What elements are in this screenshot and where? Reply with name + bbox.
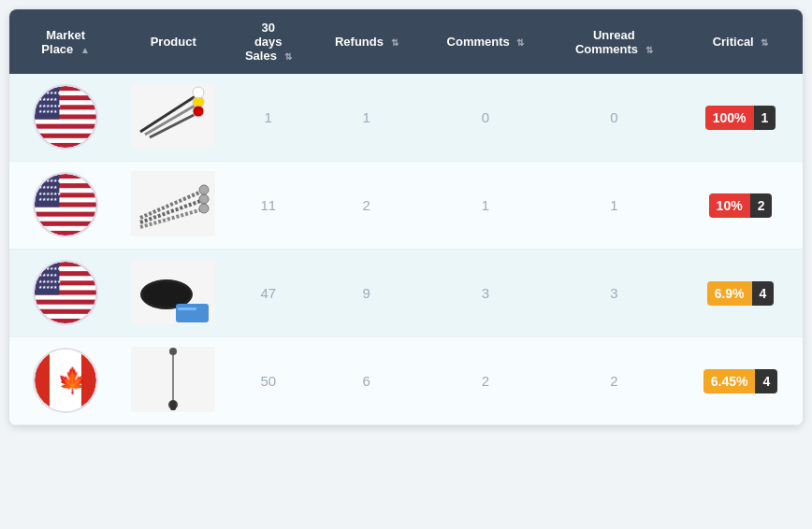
- table-header-row: MarketPlace ▲ Product 30daysSales ⇅ Refu…: [9, 9, 803, 74]
- svg-rect-48: [35, 295, 96, 300]
- critical-pct: 6.45%: [703, 369, 756, 393]
- critical-num: 2: [750, 193, 773, 218]
- cell-comments: 3: [421, 250, 549, 337]
- sort-icon-unread[interactable]: ⇅: [645, 45, 653, 55]
- usa-flag: ★★★★★★ ★★★★★ ★★★★★★ ★★★★★: [33, 260, 98, 325]
- canada-flag: 🍁: [33, 348, 98, 413]
- svg-rect-8: [35, 138, 96, 143]
- svg-rect-28: [35, 217, 96, 222]
- cell-refunds: 6: [312, 337, 421, 425]
- cell-marketplace: 🍁: [9, 337, 122, 425]
- cell-unread-comments: 2: [550, 337, 678, 425]
- svg-text:★★★★★: ★★★★★: [38, 109, 58, 114]
- cell-product: [122, 162, 225, 250]
- cell-product: [122, 337, 225, 425]
- critical-num: 4: [755, 369, 777, 393]
- header-unread-comments[interactable]: UnreadComments ⇅: [550, 9, 678, 74]
- sort-icon-comments[interactable]: ⇅: [516, 37, 524, 48]
- critical-pct: 6.9%: [707, 281, 752, 306]
- svg-rect-3: [35, 91, 96, 95]
- cell-marketplace: ★★★★★★ ★★★★★ ★★★★★★ ★★★★★: [9, 162, 122, 250]
- svg-rect-59: [176, 304, 209, 322]
- header-refunds[interactable]: Refunds ⇅: [312, 9, 421, 74]
- product-image-3: [131, 259, 215, 324]
- cell-comments: 1: [421, 162, 549, 250]
- cell-comments: 0: [421, 74, 549, 162]
- cell-critical: 10%2: [678, 162, 803, 250]
- svg-text:★★★★★★: ★★★★★★: [38, 179, 62, 183]
- cell-sales: 11: [225, 162, 312, 250]
- cell-product: [122, 74, 225, 162]
- svg-rect-6: [35, 120, 96, 124]
- svg-text:★★★★★: ★★★★★: [38, 97, 58, 102]
- svg-rect-49: [35, 305, 96, 309]
- cell-marketplace: ★★★★★★ ★★★★★ ★★★★★★ ★★★★★: [9, 74, 122, 162]
- svg-text:★★★★★: ★★★★★: [38, 273, 58, 278]
- svg-point-41: [199, 204, 209, 213]
- svg-text:★★★★★: ★★★★★: [38, 197, 58, 202]
- svg-rect-71: [170, 401, 176, 410]
- svg-text:★★★★★★: ★★★★★★: [38, 104, 62, 108]
- svg-text:★★★★★: ★★★★★: [38, 185, 58, 190]
- svg-point-19: [193, 106, 204, 117]
- svg-point-39: [199, 185, 209, 194]
- svg-point-40: [199, 194, 209, 204]
- header-marketplace[interactable]: MarketPlace ▲: [9, 9, 122, 74]
- critical-badge: 100%1: [705, 106, 776, 130]
- sort-icon-critical[interactable]: ⇅: [761, 37, 768, 48]
- header-sales[interactable]: 30daysSales ⇅: [225, 9, 312, 74]
- svg-text:🍁: 🍁: [57, 365, 88, 395]
- usa-flag: ★★★★★★ ★★★★★ ★★★★★★ ★★★★★: [33, 172, 98, 237]
- header-comments[interactable]: Comments ⇅: [421, 9, 549, 74]
- svg-rect-29: [35, 226, 96, 231]
- cell-refunds: 9: [312, 250, 421, 337]
- cell-critical: 100%1: [678, 74, 803, 162]
- cell-unread-comments: 3: [550, 250, 678, 337]
- table-row: ★★★★★★ ★★★★★ ★★★★★★ ★★★★★ 1121110%2: [9, 162, 803, 250]
- critical-num: 1: [754, 106, 776, 130]
- svg-rect-64: [35, 350, 50, 411]
- critical-badge: 10%2: [709, 193, 773, 218]
- header-product[interactable]: Product: [122, 9, 225, 74]
- svg-rect-24: [35, 179, 96, 183]
- sort-icon-sales[interactable]: ⇅: [284, 51, 292, 62]
- data-table: MarketPlace ▲ Product 30daysSales ⇅ Refu…: [9, 9, 803, 425]
- main-table-container: MarketPlace ▲ Product 30daysSales ⇅ Refu…: [9, 9, 803, 425]
- cell-unread-comments: 0: [550, 74, 678, 162]
- cell-unread-comments: 1: [550, 162, 678, 250]
- cell-product: [122, 250, 225, 337]
- table-row: ★★★★★★ ★★★★★ ★★★★★★ ★★★★★ 1100100%1: [9, 74, 803, 162]
- product-image-2: [131, 171, 215, 236]
- svg-text:★★★★★★: ★★★★★★: [38, 266, 62, 271]
- svg-point-69: [169, 348, 177, 355]
- svg-text:★★★★★★: ★★★★★★: [38, 192, 62, 196]
- cell-sales: 1: [225, 74, 312, 162]
- svg-rect-27: [35, 207, 96, 212]
- cell-comments: 2: [421, 337, 549, 425]
- sort-icon-marketplace[interactable]: ▲: [80, 45, 90, 55]
- svg-point-58: [143, 282, 190, 307]
- svg-rect-50: [35, 314, 96, 319]
- table-row: ★★★★★★ ★★★★★ ★★★★★★ ★★★★★ 479336.9%4: [9, 250, 803, 337]
- header-critical[interactable]: Critical ⇅: [678, 9, 803, 74]
- svg-text:★★★★★★: ★★★★★★: [38, 91, 62, 95]
- cell-sales: 50: [225, 337, 312, 425]
- sort-icon-refunds[interactable]: ⇅: [391, 37, 399, 48]
- svg-point-20: [193, 87, 204, 98]
- critical-badge: 6.45%4: [703, 369, 778, 393]
- critical-pct: 10%: [709, 193, 750, 218]
- svg-rect-45: [35, 266, 96, 271]
- critical-num: 4: [752, 281, 775, 306]
- cell-critical: 6.9%4: [678, 250, 803, 337]
- svg-rect-60: [178, 307, 196, 310]
- table-row: 🍁 506226.45%4: [9, 337, 803, 425]
- cell-refunds: 2: [312, 162, 421, 250]
- cell-critical: 6.45%4: [678, 337, 803, 425]
- svg-text:★★★★★: ★★★★★: [38, 285, 58, 290]
- product-image-4: [131, 347, 215, 412]
- critical-badge: 6.9%4: [707, 281, 775, 306]
- svg-text:★★★★★★: ★★★★★★: [38, 279, 62, 284]
- cell-marketplace: ★★★★★★ ★★★★★ ★★★★★★ ★★★★★: [9, 250, 122, 337]
- product-image-1: [131, 83, 215, 149]
- svg-rect-7: [35, 129, 96, 134]
